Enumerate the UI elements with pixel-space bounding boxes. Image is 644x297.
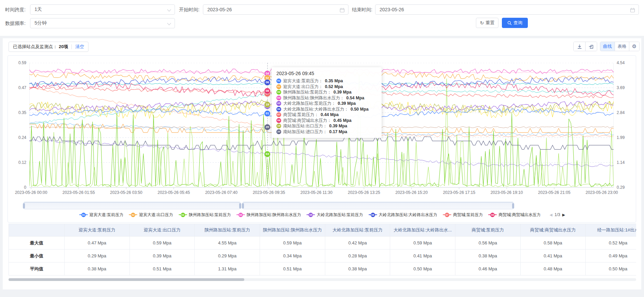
table-cell: 0.39 Mpa [129, 250, 195, 263]
crosshair-badge-06: 06 [264, 80, 270, 85]
legend-next-page-icon[interactable]: ▶ [562, 213, 565, 217]
x-axis-tick: 2023-05-26 03:50 [110, 190, 142, 195]
legend-page-indicator: 1/3 [554, 212, 560, 217]
tooltip-row: 05大岭北路加压站:泵前压力：0.39 Mpa [276, 101, 377, 107]
legend-item-07[interactable]: 07商贸城:泵前压力 [443, 212, 483, 218]
x-axis-tick: 2023-05-26 15:20 [395, 190, 428, 195]
y-axis-left-tick: 0.24 [11, 135, 26, 140]
legend-item-05[interactable]: 05大岭北路加压站:泵前压力 [306, 212, 363, 218]
slider-handle[interactable] [242, 203, 244, 209]
chart-card: 0.590.470.350.240.120 4.543.692.841.991.… [8, 55, 636, 223]
x-axis-tick: 2023-05-26 01:55 [63, 190, 95, 195]
export-button[interactable] [585, 42, 597, 51]
calendar-icon [340, 8, 345, 14]
tooltip-series-name: 迎宾大道:出口压力： [283, 84, 323, 90]
y-axis-left-tick: 0.12 [11, 160, 26, 165]
tooltip-row: 03陕州路加压站:泵前压力：0.39 Mpa [276, 89, 377, 95]
search-icon [507, 21, 512, 25]
main-card: 已选择站点及监测点： 20项 清空 曲线 表格 ⚙ 0.590.470.350.… [3, 38, 641, 289]
query-button[interactable]: 查询 [502, 18, 528, 28]
y-axis-left-tick: 0.47 [11, 85, 26, 90]
series-badge-icon: 04 [276, 96, 281, 100]
table-column-header: 大岭北路加压站:大岭路出水... [390, 224, 455, 237]
slider-handle[interactable] [23, 203, 25, 209]
view-curve-button[interactable]: 曲线 [600, 42, 615, 51]
legend-marker-icon: 08 [488, 212, 497, 217]
tooltip-series-name: 商贸城:商贸城出水压力： [283, 118, 331, 124]
x-axis-tick: 2023-05-26 07:40 [205, 190, 237, 195]
tooltip-series-value: 0.54 Mpa [346, 95, 364, 101]
table-cell: 0.58 Mpa [520, 237, 586, 250]
table-column-header [9, 224, 65, 237]
legend-prev-page-icon[interactable]: ◀ [550, 213, 552, 217]
query-button-label: 查询 [513, 20, 522, 26]
view-switch-group: 曲线 表格 ⚙ [600, 42, 640, 51]
series-badge-icon: 20 [276, 129, 281, 134]
tooltip-series-value: 0.44 Mpa [320, 112, 339, 118]
time-span-select[interactable]: 1天 [30, 4, 175, 15]
series-badge-icon: 06 [276, 107, 281, 112]
start-time-value: 2023-05-26 [207, 7, 232, 12]
legend-item-08[interactable]: 08商贸城:商贸城出水压力 [488, 212, 540, 218]
legend-item-02[interactable]: 02迎宾大道:出口压力 [129, 212, 173, 218]
table-column-header: 陕州路加压站:泵前压力 [195, 224, 260, 237]
y-axis-right-tick: 1.14 [617, 160, 632, 165]
x-axis-tick: 2023-05-26 05:45 [157, 190, 190, 195]
table-row: 最大值0.47 Mpa0.59 Mpa4.55 Mpa0.59 Mpa0.42 … [9, 237, 636, 250]
legend-item-04[interactable]: 04陕州路加压站:陕州路出水压力 [236, 212, 301, 218]
tooltip-row: 19南站加压站:出口压力：0.39 Mpa [276, 123, 377, 129]
series-badge-icon: 19 [276, 124, 281, 128]
tooltip-series-value: 0.35 Mpa [325, 78, 343, 84]
frequency-value: 5分钟 [35, 20, 47, 26]
legend-item-label: 商贸城:商贸城出水压力 [498, 212, 540, 218]
table-cell: 0.38 Mpa [455, 250, 520, 263]
crosshair-badge-08: 08 [264, 88, 270, 94]
legend-marker-icon: 07 [443, 212, 451, 217]
clear-selection-link[interactable]: 清空 [75, 44, 84, 50]
slider-handle[interactable] [512, 203, 514, 209]
selection-count: 20项 [59, 44, 68, 50]
table-cell: 0.34 Mpa [260, 250, 325, 263]
tooltip-series-name: 陕州路加压站:泵前压力： [283, 89, 331, 95]
tooltip-series-name: 迎宾大道:泵前压力： [283, 78, 323, 84]
table-row-label: 最小值 [9, 250, 65, 263]
table-row-label: 最大值 [9, 237, 65, 250]
table-row: 平均值0.38 Mpa0.51 Mpa1.31 Mpa0.51 Mpa0.38 … [9, 263, 636, 275]
frequency-select[interactable]: 5分钟 [30, 18, 175, 28]
tooltip-row: 04陕州路加压站:陕州路出水压力：0.54 Mpa [276, 95, 377, 101]
reset-button[interactable]: ↻ 重置 [476, 18, 498, 28]
table-cell: 0.56 Mpa [455, 237, 520, 250]
view-table-button[interactable]: 表格 [615, 42, 629, 51]
horizontal-scrollbar[interactable] [9, 278, 636, 281]
series-badge-icon: 05 [276, 101, 281, 106]
legend-item-06[interactable]: 06大岭北路加压站:大岭路出水压力 [369, 212, 437, 218]
tooltip-series-name: 商贸城:泵前压力： [283, 112, 318, 118]
table-column-header: 迎宾大道:泵前压力 [65, 224, 130, 237]
legend-item-01[interactable]: 01迎宾大道:泵前压力 [79, 212, 123, 218]
settings-button[interactable]: ⚙ [629, 42, 639, 51]
table-row: 最小值0.29 Mpa0.39 Mpa0.29 Mpa0.34 Mpa0.28 … [9, 250, 636, 263]
series-line-20 [29, 137, 614, 150]
legend-marker-icon: 04 [236, 212, 245, 217]
filter-bar: 时间跨度: 1天 开始时间: 2023-05-26 结束时间: 2023-05-… [0, 0, 644, 36]
start-time-input[interactable]: 2023-05-26 [203, 4, 348, 15]
tooltip-series-value: 0.45 Mpa [333, 118, 352, 124]
x-axis-tick: 2023-05-26 00:00 [15, 190, 47, 195]
datazoom-slider-right[interactable] [243, 202, 513, 209]
download-button[interactable] [574, 42, 585, 51]
table-column-header: 陕州路加压站:陕州路出水压力 [260, 224, 325, 237]
scrollbar-thumb[interactable] [9, 278, 244, 281]
tooltip-row: 01迎宾大道:泵前压力：0.35 Mpa [276, 78, 377, 84]
table-cell: 0.42 Mpa [325, 237, 390, 250]
slider-handle[interactable] [239, 203, 241, 209]
tooltip-series-name: 南站加压站:出口压力： [283, 123, 327, 129]
chart-tooltip: 2023-05-26 09:45 01迎宾大道:泵前压力：0.35 Mpa02迎… [272, 67, 382, 138]
datazoom-slider-left[interactable] [24, 202, 241, 209]
end-time-input[interactable]: 2023-05-26 [375, 4, 639, 15]
tooltip-row: 02迎宾大道:出口压力：0.52 Mpa [276, 84, 377, 90]
legend-item-label: 陕州路加压站:陕州路出水压力 [247, 212, 301, 218]
table-cell: 0.28 Mpa [325, 250, 390, 263]
table-cell: 0.48 Mpa [520, 263, 586, 275]
selection-label: 已选择站点及监测点： [13, 44, 57, 50]
legend-item-03[interactable]: 03陕州路加压站:泵前压力 [179, 212, 231, 218]
